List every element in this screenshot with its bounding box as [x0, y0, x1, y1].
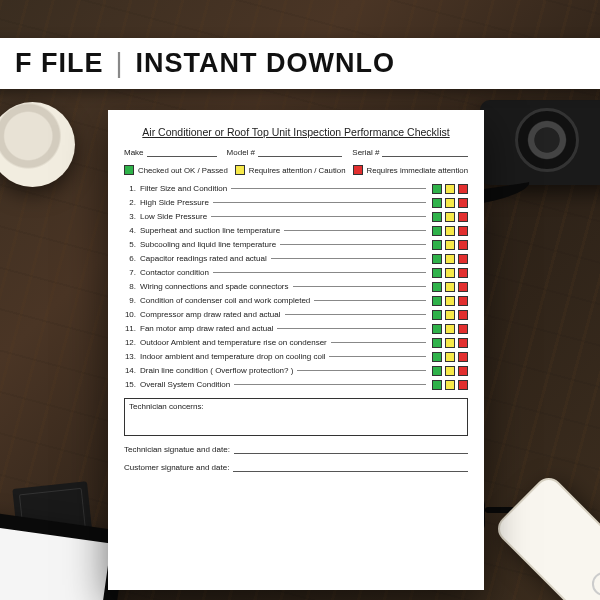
- item-label: Filter Size and Condition: [140, 185, 227, 193]
- label-model: Model #: [227, 148, 255, 157]
- promo-banner: F FILE | INSTANT DOWNLO: [0, 38, 600, 89]
- checkbox-passed[interactable]: [432, 366, 442, 376]
- item-notes-line[interactable]: [331, 342, 426, 343]
- checkbox-passed[interactable]: [432, 296, 442, 306]
- checklist-row: 14.Drain line condition ( Overflow prote…: [124, 366, 468, 376]
- checkbox-passed[interactable]: [432, 268, 442, 278]
- technician-concerns-box[interactable]: Technician concerns:: [124, 398, 468, 436]
- item-label: Outdoor Ambient and temperature rise on …: [140, 339, 327, 347]
- item-notes-line[interactable]: [297, 370, 426, 371]
- checklist-row: 3.Low Side Pressure: [124, 212, 468, 222]
- checkbox-immediate[interactable]: [458, 296, 468, 306]
- item-notes-line[interactable]: [293, 286, 426, 287]
- checkbox-immediate[interactable]: [458, 310, 468, 320]
- checkbox-caution[interactable]: [445, 366, 455, 376]
- technician-signature-row: Technician signatue and date:: [124, 445, 468, 454]
- input-serial[interactable]: [382, 148, 468, 157]
- item-notes-line[interactable]: [285, 314, 426, 315]
- checkbox-passed[interactable]: [432, 212, 442, 222]
- checkbox-caution[interactable]: [445, 226, 455, 236]
- checklist-row: 13.Indoor ambient and temperature drop o…: [124, 352, 468, 362]
- checkbox-caution[interactable]: [445, 282, 455, 292]
- status-legend: Checked out OK / Passed Requires attenti…: [124, 165, 468, 175]
- legend-label-caution: Requires attention / Caution: [249, 166, 346, 175]
- item-number: 7.: [124, 269, 140, 277]
- checkbox-caution[interactable]: [445, 254, 455, 264]
- item-notes-line[interactable]: [329, 356, 426, 357]
- item-notes-line[interactable]: [277, 328, 426, 329]
- checkbox-caution[interactable]: [445, 296, 455, 306]
- item-notes-line[interactable]: [280, 244, 426, 245]
- input-model[interactable]: [258, 148, 342, 157]
- item-number: 13.: [124, 353, 140, 361]
- item-label: Subcooling and liquid line temperature: [140, 241, 276, 249]
- item-label: Drain line condition ( Overflow protecti…: [140, 367, 293, 375]
- checkbox-passed[interactable]: [432, 184, 442, 194]
- checkbox-passed[interactable]: [432, 254, 442, 264]
- item-number: 6.: [124, 255, 140, 263]
- checkbox-immediate[interactable]: [458, 352, 468, 362]
- input-make[interactable]: [147, 148, 217, 157]
- checkbox-caution[interactable]: [445, 240, 455, 250]
- checkbox-immediate[interactable]: [458, 226, 468, 236]
- checkbox-passed[interactable]: [432, 352, 442, 362]
- checkbox-immediate[interactable]: [458, 184, 468, 194]
- checkbox-immediate[interactable]: [458, 198, 468, 208]
- checkbox-caution[interactable]: [445, 380, 455, 390]
- item-notes-line[interactable]: [211, 216, 426, 217]
- checkbox-caution[interactable]: [445, 324, 455, 334]
- item-status-boxes: [432, 240, 468, 250]
- checkbox-caution[interactable]: [445, 198, 455, 208]
- item-number: 8.: [124, 283, 140, 291]
- checkbox-caution[interactable]: [445, 338, 455, 348]
- checkbox-caution[interactable]: [445, 310, 455, 320]
- checkbox-caution[interactable]: [445, 352, 455, 362]
- legend-box-immediate: [353, 165, 363, 175]
- item-number: 4.: [124, 227, 140, 235]
- checkbox-passed[interactable]: [432, 282, 442, 292]
- checkbox-passed[interactable]: [432, 226, 442, 236]
- item-label: Indoor ambient and temperature drop on c…: [140, 353, 325, 361]
- checkbox-caution[interactable]: [445, 212, 455, 222]
- checkbox-passed[interactable]: [432, 338, 442, 348]
- item-notes-line[interactable]: [231, 188, 426, 189]
- checkbox-immediate[interactable]: [458, 240, 468, 250]
- cust-sig-line[interactable]: [233, 464, 468, 472]
- item-label: Wiring connections and spade connectors: [140, 283, 289, 291]
- item-number: 9.: [124, 297, 140, 305]
- checkbox-immediate[interactable]: [458, 268, 468, 278]
- checkbox-passed[interactable]: [432, 310, 442, 320]
- checkbox-immediate[interactable]: [458, 338, 468, 348]
- checkbox-immediate[interactable]: [458, 324, 468, 334]
- tech-sig-line[interactable]: [234, 446, 468, 454]
- checklist-row: 9.Condition of condenser coil and work c…: [124, 296, 468, 306]
- item-status-boxes: [432, 282, 468, 292]
- item-status-boxes: [432, 254, 468, 264]
- checkbox-caution[interactable]: [445, 268, 455, 278]
- checkbox-caution[interactable]: [445, 184, 455, 194]
- checkbox-immediate[interactable]: [458, 212, 468, 222]
- checklist-row: 2.High Side Pressure: [124, 198, 468, 208]
- checkbox-immediate[interactable]: [458, 380, 468, 390]
- item-notes-line[interactable]: [234, 384, 426, 385]
- smartphone-prop: [492, 472, 600, 600]
- checkbox-immediate[interactable]: [458, 254, 468, 264]
- item-notes-line[interactable]: [213, 272, 426, 273]
- item-notes-line[interactable]: [213, 202, 426, 203]
- checklist-row: 1.Filter Size and Condition: [124, 184, 468, 194]
- checkbox-passed[interactable]: [432, 240, 442, 250]
- checkbox-immediate[interactable]: [458, 366, 468, 376]
- item-status-boxes: [432, 366, 468, 376]
- checklist-row: 10.Compressor amp draw rated and actual: [124, 310, 468, 320]
- product-mockup-scene: F FILE | INSTANT DOWNLO Air Conditioner …: [0, 0, 600, 600]
- checkbox-passed[interactable]: [432, 324, 442, 334]
- item-notes-line[interactable]: [314, 300, 426, 301]
- item-notes-line[interactable]: [271, 258, 426, 259]
- checkbox-passed[interactable]: [432, 380, 442, 390]
- banner-text-left: F FILE: [15, 48, 104, 79]
- checkbox-immediate[interactable]: [458, 282, 468, 292]
- item-notes-line[interactable]: [284, 230, 426, 231]
- checkbox-passed[interactable]: [432, 198, 442, 208]
- label-serial: Serial #: [352, 148, 379, 157]
- item-label: Compressor amp draw rated and actual: [140, 311, 281, 319]
